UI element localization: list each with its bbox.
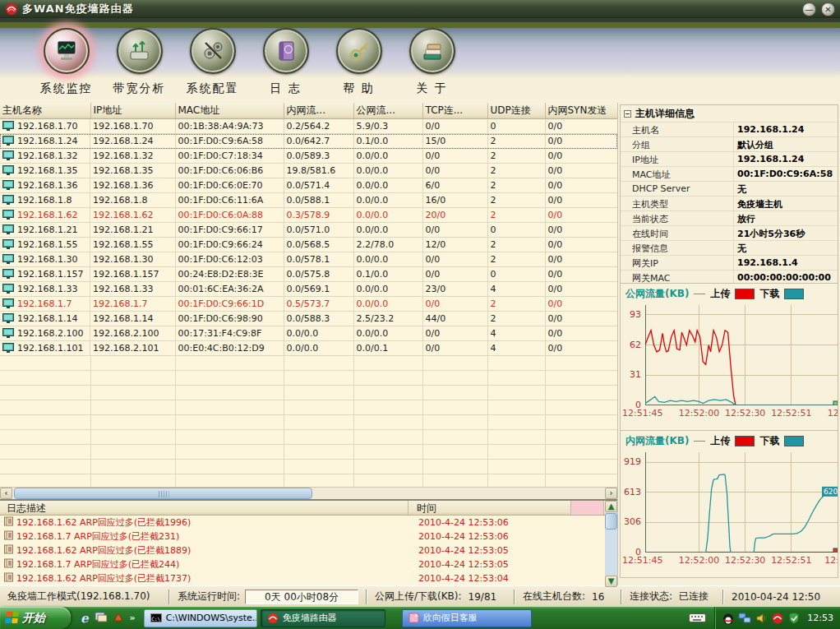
scroll-left-button[interactable]: ‹ — [0, 488, 12, 499]
host-cell: 2 — [487, 149, 545, 164]
detail-row: DHCP Server无 — [621, 181, 838, 196]
host-row[interactable]: 192.168.1.21192.168.1.2100:1F:D0:C9:66:1… — [0, 223, 617, 238]
column-header-0[interactable]: 主机名称 — [0, 103, 90, 118]
host-row[interactable]: 192.168.1.36192.168.1.3600:1F:D0:C6:0E:7… — [0, 178, 617, 193]
chart-header: 内网流量(KB)上传下载 — [621, 431, 838, 451]
empty-cell — [284, 445, 353, 460]
column-header-2[interactable]: MAC地址 — [175, 103, 284, 118]
empty-cell — [353, 371, 422, 386]
empty-cell — [487, 445, 545, 460]
host-name-cell: 192.168.1.7 — [0, 297, 90, 312]
empty-cell — [545, 430, 617, 445]
immunity-icon[interactable] — [771, 612, 784, 625]
toolbar-button-monitor[interactable]: 系统监控 — [30, 18, 103, 96]
empty-cell — [284, 460, 353, 474]
log-row[interactable]: 192.168.1.62 ARP回应过多(已拦截1737)2010-4-24 1… — [0, 571, 617, 585]
task-button-active[interactable]: 免疫墙路由器 — [261, 609, 385, 627]
detail-label: 网关MAC — [621, 271, 734, 284]
host-row[interactable]: 192.168.1.157192.168.1.15700:24:E8:D2:E8… — [0, 267, 617, 282]
empty-cell — [284, 356, 353, 371]
vscroll-thumb[interactable] — [605, 513, 617, 530]
qq-icon[interactable] — [722, 612, 735, 625]
empty-cell — [90, 371, 175, 386]
log-row[interactable]: 192.168.1.7 ARP回应过多(已拦截244)2010-4-24 12:… — [0, 557, 617, 571]
host-row[interactable]: 192.168.1.24192.168.1.2400:1F:D0:C9:6A:5… — [0, 134, 617, 149]
task-button-cmd[interactable]: C:\C:\WINDOWS\syste... — [144, 609, 257, 627]
host-row[interactable]: 192.168.1.33192.168.1.3300:01:6C:EA:36:2… — [0, 282, 617, 297]
host-row[interactable]: 192.168.1.8192.168.1.800:1F:D0:C6:11:6A0… — [0, 193, 617, 208]
host-cell: 0.0/568.5 — [284, 238, 353, 252]
host-name-cell: 192.168.1.8 — [0, 193, 90, 208]
log-row[interactable]: 192.168.1.62 ARP回应过多(已拦截1889)2010-4-24 1… — [0, 543, 617, 557]
host-table-header[interactable]: 主机名称IP地址MAC地址内网流...公网流...TCP连...UDP连接内网S… — [0, 103, 617, 118]
detail-label: 主机名 — [621, 123, 734, 136]
toolbar-button-bandwidth[interactable]: 带宽分析 — [103, 18, 176, 96]
host-row[interactable]: 192.168.2.100192.168.2.10000:17:31:F4:C9… — [0, 326, 617, 341]
column-header-5[interactable]: TCP连... — [422, 103, 487, 118]
scroll-up-button[interactable]: ▲ — [605, 501, 617, 512]
host-row[interactable]: 192.168.1.7192.168.1.700:1F:D0:C9:66:1D0… — [0, 297, 617, 312]
toolbar-button-about[interactable]: 关 于 — [395, 18, 468, 96]
column-header-4[interactable]: 公网流... — [353, 103, 422, 118]
show-desktop-icon[interactable] — [95, 610, 107, 626]
host-cell: 00:E0:4C:B0:12:D9 — [175, 341, 284, 356]
host-row[interactable]: 192.168.1.30192.168.1.3000:1F:D0:C6:12:0… — [0, 252, 617, 267]
column-header-7[interactable]: 内网SYN发送 — [545, 103, 617, 118]
toolbar-button-log[interactable]: 日 志 — [249, 18, 322, 96]
log-row[interactable]: 192.168.1.7 ARP回应过多(已拦截231)2010-4-24 12:… — [0, 530, 617, 543]
host-cell: 00:1F:D0:C6:12:03 — [175, 252, 284, 267]
host-row[interactable]: 192.168.1.62192.168.1.6200:1F:D0:C6:0A:8… — [0, 208, 617, 223]
host-cell: 19.8/581.6 — [284, 164, 353, 178]
host-cell: 12/0 — [422, 238, 487, 252]
host-row[interactable]: 192.168.1.14192.168.1.1400:1F:D0:C6:98:9… — [0, 312, 617, 326]
host-cell: 0/0 — [422, 223, 487, 238]
column-header-6[interactable]: UDP连接 — [487, 103, 545, 118]
chart-plot-area: 0306613919620 — [621, 451, 838, 554]
host-cell: 0/0 — [545, 193, 617, 208]
x-tick-label: 12:51:45 — [622, 408, 662, 419]
host-cell: 0/0 — [422, 326, 487, 341]
empty-cell — [545, 386, 617, 400]
media-icon[interactable] — [113, 610, 124, 626]
x-tick-label: 12:53 — [824, 555, 838, 566]
close-button[interactable]: ✕ — [821, 2, 835, 16]
log-time-header[interactable]: 时间 — [408, 501, 571, 515]
log-desc-header[interactable]: 日志描述 — [0, 501, 408, 515]
log-row[interactable]: 192.168.1.62 ARP回应过多(已拦截1996)2010-4-24 1… — [0, 516, 617, 530]
log-entry-icon — [4, 544, 13, 557]
empty-cell — [284, 415, 353, 430]
host-cell: 0/0 — [545, 118, 617, 134]
scroll-right-button[interactable]: › — [605, 488, 617, 499]
shield-icon[interactable] — [787, 612, 801, 625]
toolbar-label-bandwidth: 带宽分析 — [113, 81, 166, 96]
host-row[interactable]: 192.168.1.101192.168.2.10100:E0:4C:B0:12… — [0, 341, 617, 356]
log-panel: 日志描述 时间 192.168.1.62 ARP回应过多(已拦截1996)201… — [0, 499, 617, 585]
toolbar-button-config[interactable]: 系统配置 — [176, 18, 249, 96]
overflow-chevron[interactable]: » — [130, 613, 136, 623]
scroll-down-button[interactable]: ▼ — [605, 576, 617, 587]
minimize-button[interactable]: — — [802, 2, 816, 16]
column-header-1[interactable]: IP地址 — [90, 103, 175, 118]
column-header-3[interactable]: 内网流... — [284, 103, 353, 118]
host-cell: 0/0 — [545, 208, 617, 223]
keyboard-icon[interactable] — [689, 610, 706, 626]
task-button-chat[interactable]: 欣向假日客服 — [402, 609, 532, 627]
host-cell: 0.2/564.2 — [284, 118, 353, 134]
volume-icon[interactable] — [755, 612, 768, 625]
empty-cell — [0, 474, 90, 488]
host-row[interactable]: 192.168.1.70192.168.1.7000:1B:38:A4:9A:7… — [0, 118, 617, 134]
toolbar-button-help[interactable]: 帮 助 — [322, 18, 395, 96]
start-button[interactable]: 开始 — [0, 607, 71, 629]
host-row[interactable]: 192.168.1.55192.168.1.5500:1F:D0:C9:66:2… — [0, 238, 617, 252]
chart-canvas — [645, 305, 838, 405]
log-rows: 192.168.1.62 ARP回应过多(已拦截1996)2010-4-24 1… — [0, 516, 617, 585]
host-cell: 00:17:31:F4:C9:8F — [175, 326, 284, 341]
decorative-line — [694, 441, 705, 442]
ie-icon[interactable]: e — [81, 611, 89, 626]
network-icon[interactable] — [738, 612, 751, 625]
collapse-icon[interactable] — [624, 110, 631, 118]
host-row[interactable]: 192.168.1.32192.168.1.3200:1F:D0:C7:18:3… — [0, 149, 617, 164]
host-cell: 0.0/589.3 — [284, 149, 353, 164]
host-row[interactable]: 192.168.1.35192.168.1.3500:1F:D0:C6:06:B… — [0, 164, 617, 178]
hscroll-thumb[interactable] — [14, 488, 312, 499]
